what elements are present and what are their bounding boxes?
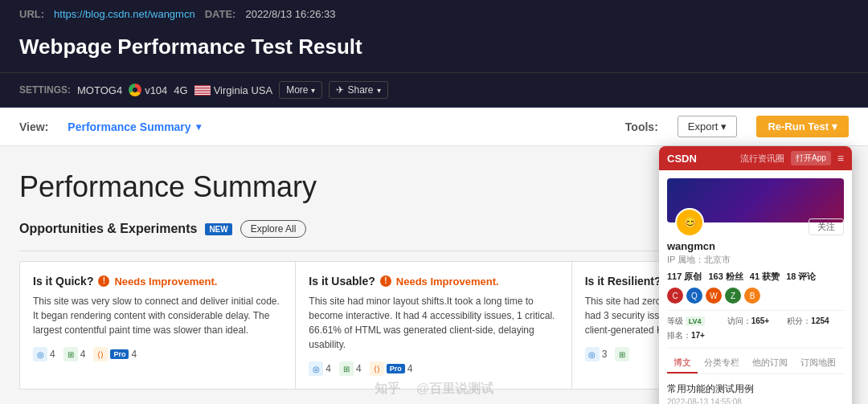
settings-bar: SETTINGS: MOTOG4 v104 4G Virginia USA Mo…	[0, 73, 868, 108]
share-button[interactable]: ✈ Share ▾	[329, 81, 387, 99]
page-title: Webpage Performance Test Result	[19, 35, 849, 59]
date-label: DATE:	[205, 8, 236, 20]
tools-label: Tools:	[625, 120, 658, 133]
card-description: This site was very slow to connect and d…	[33, 294, 282, 337]
fc-divider2	[667, 348, 844, 349]
fc-stat-original: 117 原创	[667, 271, 702, 283]
avatar: 😊	[675, 208, 704, 237]
card-description: This site had minor layout shifts.It too…	[309, 294, 558, 352]
fc-article-title: 常用功能的测试用例	[667, 382, 844, 396]
fc-rank-row: 等级 LV4 访问：165+ 积分：1254 排名：17+	[667, 316, 844, 341]
opportunities-title: Opportunities & Experiments	[19, 222, 197, 236]
settings-label: SETTINGS:	[19, 84, 71, 96]
metric-item: ◎ 4	[309, 361, 331, 376]
circle-icon: ◎	[309, 361, 323, 376]
fc-stats: 117 原创 163 粉丝 41 获赞 18 评论	[667, 271, 844, 283]
fc-open-button[interactable]: 打开App	[791, 151, 831, 165]
more-button[interactable]: More ▾	[279, 81, 322, 99]
toolbar-bar: View: Performance Summary ▾ Tools: Expor…	[0, 108, 868, 146]
fc-tab-columns[interactable]: 分类专栏	[698, 353, 746, 373]
code-icon: ⟨⟩	[93, 347, 108, 361]
metric-item: ⟨⟩ Pro 4	[93, 347, 137, 361]
chrome-setting: v104	[129, 84, 167, 96]
export-button[interactable]: Export ▾	[678, 116, 738, 137]
pro-badge: Pro	[387, 364, 405, 373]
fc-icons-row: C Q W Z B	[667, 288, 844, 304]
csdn-logo: CSDN	[667, 153, 697, 165]
follow-button[interactable]: 关注	[809, 218, 844, 235]
fc-social-icon3: W	[706, 288, 722, 304]
fc-social-icon1: C	[667, 288, 683, 304]
fc-tab-articles[interactable]: 博文	[667, 353, 698, 373]
fc-profile: 😊 关注 wangmcn IP 属地：北京市 117 原创 163 粉丝 41 …	[659, 170, 852, 404]
fc-stat-likes: 41 获赞	[750, 271, 780, 283]
fc-username: wangmcn	[667, 240, 844, 252]
card-metrics: ◎ 4 ⊞ 4 ⟨⟩ Pro 4	[309, 361, 558, 376]
fc-rank-position: 排名：17+	[667, 330, 724, 341]
quick-card: Is it Quick? ! Needs Improvement. This s…	[20, 262, 296, 389]
rerun-button[interactable]: Re-Run Test ▾	[756, 116, 849, 137]
flag-us-icon	[194, 85, 211, 96]
fc-cover: 😊	[667, 178, 844, 222]
status-badge: Needs Improvement.	[396, 275, 499, 288]
fc-tab-subscriptions[interactable]: 他的订阅	[746, 353, 794, 373]
fc-social-icon5: B	[744, 288, 760, 304]
metric-item: ⟨⟩ Pro 4	[370, 361, 413, 376]
fc-stat-fans: 163 粉丝	[708, 271, 743, 283]
card-question: Is it Quick? ! Needs Improvement.	[33, 275, 282, 288]
page-title-bar: Webpage Performance Test Result	[0, 28, 868, 73]
fc-rank-score: 积分：1254	[787, 316, 844, 327]
usable-card: Is it Usable? ! Needs Improvement. This …	[296, 262, 571, 389]
card-question: Is it Usable? ! Needs Improvement.	[309, 275, 558, 288]
pro-badge: Pro	[110, 349, 129, 359]
view-dropdown[interactable]: Performance Summary ▾	[68, 120, 200, 133]
circle-icon: ◎	[585, 347, 600, 361]
card-metrics: ◎ 4 ⊞ 4 ⟨⟩ Pro 4	[33, 347, 282, 361]
chrome-icon	[129, 84, 141, 96]
watermark: 知乎 @百里说测试	[375, 381, 493, 398]
metric-item: ⊞	[615, 347, 629, 361]
image-icon: ⊞	[339, 361, 354, 376]
status-badge: Needs Improvement.	[114, 275, 217, 288]
chevron-down-icon: ▾	[721, 120, 727, 133]
fc-social-icon4: Z	[725, 288, 741, 304]
info-icon: !	[380, 275, 391, 287]
floating-card: CSDN 流行资讯圈 打开App ≡ 😊 关注 wangmcn IP 属地：北京…	[659, 146, 852, 404]
fc-divider	[667, 310, 844, 311]
view-label: View:	[19, 120, 48, 133]
motog4-setting: MOTOG4	[77, 84, 122, 96]
fc-social-icon2: Q	[686, 288, 702, 304]
metric-item: ⊞ 4	[63, 347, 86, 361]
chevron-down-icon: ▾	[377, 86, 381, 95]
fc-article-date: 2022-08-13 14:55:08	[667, 398, 844, 404]
connection-setting: 4G	[174, 84, 187, 96]
fc-rank-level: 等级 LV4	[667, 316, 724, 327]
image-icon: ⊞	[615, 347, 629, 361]
url-link[interactable]: https://blog.csdn.net/wangmcn	[54, 8, 195, 20]
metric-item: ⊞ 4	[339, 361, 362, 376]
fc-stat-comments: 18 评论	[786, 271, 816, 283]
fc-location: IP 属地：北京市	[667, 254, 844, 266]
date-value: 2022/8/13 16:26:33	[245, 8, 335, 20]
fc-tab-map[interactable]: 订阅地图	[794, 353, 842, 373]
info-icon: !	[98, 275, 109, 287]
chevron-down-icon: ▾	[311, 86, 315, 95]
url-label: URL:	[19, 8, 44, 20]
main-content: Performance Summary Opportunities & Expe…	[0, 146, 868, 404]
code-icon: ⟨⟩	[370, 361, 384, 376]
fc-header: CSDN 流行资讯圈 打开App ≡	[659, 146, 852, 170]
level-badge: LV4	[686, 316, 705, 326]
metric-item: ◎ 4	[33, 347, 55, 361]
share-icon: ✈	[336, 84, 344, 96]
chevron-down-icon: ▾	[832, 120, 837, 133]
fc-article: 常用功能的测试用例 2022-08-13 14:55:08	[667, 379, 844, 404]
fc-rank-visits: 访问：165+	[727, 316, 784, 327]
top-bar: URL: https://blog.csdn.net/wangmcn DATE:…	[0, 0, 868, 28]
explore-all-button[interactable]: Explore All	[240, 220, 307, 238]
new-badge: NEW	[205, 223, 231, 235]
fc-tabs: 博文 分类专栏 他的订阅 订阅地图	[667, 353, 844, 374]
location-setting: Virginia USA	[194, 84, 272, 96]
image-icon: ⊞	[63, 347, 78, 361]
metric-item: ◎ 3	[585, 347, 608, 361]
circle-icon: ◎	[33, 347, 47, 361]
